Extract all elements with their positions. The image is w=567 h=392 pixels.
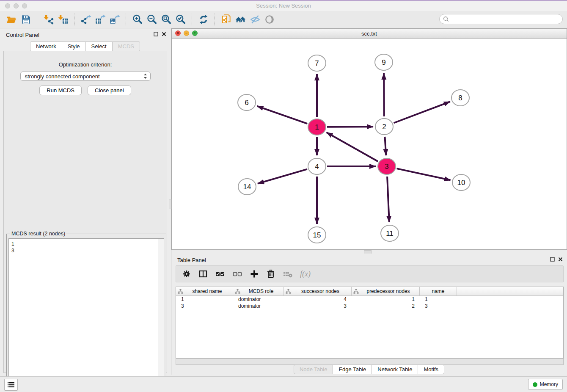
column-flow-icon xyxy=(178,289,183,294)
graph-node-14[interactable]: 14 xyxy=(238,179,256,195)
graph-node-4[interactable]: 4 xyxy=(308,158,326,174)
open-file-button[interactable] xyxy=(4,13,19,26)
tab-edge-table[interactable]: Edge Table xyxy=(333,364,372,374)
graph-edge-2-3[interactable] xyxy=(385,137,386,155)
column-header-name[interactable]: name xyxy=(420,287,457,295)
toolbar-separator xyxy=(192,14,193,25)
run-mcds-button[interactable]: Run MCDS xyxy=(39,86,82,95)
graph-edge-1-6[interactable] xyxy=(257,106,308,124)
save-floppy-icon xyxy=(20,14,31,25)
toolbar-separator xyxy=(126,14,127,25)
tab-select[interactable]: Select xyxy=(85,41,113,51)
zoom-fit-button[interactable] xyxy=(159,13,173,26)
control-panel-tabs: Network Style Select MCDS xyxy=(0,41,171,51)
export-network-button[interactable] xyxy=(79,13,93,26)
close-panel-icon[interactable] xyxy=(162,32,166,36)
delete-row-button[interactable] xyxy=(266,269,275,279)
column-flow-icon xyxy=(235,289,240,294)
clone-network-button[interactable] xyxy=(219,13,234,26)
graph-edge-3-10[interactable] xyxy=(397,168,451,180)
graph-node-7[interactable]: 7 xyxy=(308,55,326,71)
mcds-result-area[interactable]: 1 3 xyxy=(8,238,164,387)
graph-node-6[interactable]: 6 xyxy=(238,94,256,110)
mcds-tab-content: Optimization criterion: strongly connect… xyxy=(3,51,167,373)
close-table-panel-icon[interactable] xyxy=(558,257,563,262)
column-header-predecessor-nodes[interactable]: predecessor nodes xyxy=(352,287,420,295)
zoom-selected-button[interactable] xyxy=(173,13,188,26)
network-canvas[interactable]: 7968124314101511 xyxy=(172,39,567,249)
graph-edge-2-8[interactable] xyxy=(394,102,450,123)
table-settings-button[interactable] xyxy=(182,269,191,279)
mcds-result-text: 1 3 xyxy=(9,239,164,256)
status-bar: Memory xyxy=(0,376,567,392)
graph-node-label: 10 xyxy=(457,179,465,187)
graph-edge-2-9[interactable] xyxy=(384,73,384,116)
graph-node-1[interactable]: 1 xyxy=(308,119,326,135)
table-cell: 4 xyxy=(284,296,352,302)
search-input[interactable] xyxy=(451,16,559,22)
tab-style[interactable]: Style xyxy=(62,41,86,51)
graph-edge-3-11[interactable] xyxy=(387,177,389,222)
close-panel-button[interactable]: Close panel xyxy=(88,86,131,95)
graph-edge-4-14[interactable] xyxy=(258,169,307,184)
show-log-button[interactable] xyxy=(4,379,18,391)
search-box[interactable] xyxy=(439,14,563,24)
column-header-shared-name[interactable]: shared name xyxy=(176,287,233,295)
tab-network[interactable]: Network xyxy=(30,41,62,51)
table-row[interactable]: 1dominator411 xyxy=(176,296,563,303)
table-row[interactable]: 3dominator323 xyxy=(176,303,563,309)
graph-node-11[interactable]: 11 xyxy=(381,225,399,241)
hide-panels-button[interactable] xyxy=(248,13,262,26)
column-header-successor-nodes[interactable]: successor nodes xyxy=(284,287,352,295)
graph-edge-1-2[interactable] xyxy=(327,127,373,127)
export-table-button[interactable] xyxy=(93,13,107,26)
export-image-button[interactable] xyxy=(107,13,122,26)
graph-node-label: 9 xyxy=(382,58,385,66)
table-cell: 3 xyxy=(420,303,457,309)
column-header-MCDS-role[interactable]: MCDS role xyxy=(233,287,284,295)
clone-network-icon xyxy=(221,14,232,25)
graph-node-label: 6 xyxy=(245,99,248,107)
deselect-all-button[interactable] xyxy=(232,269,242,279)
float-table-panel-icon[interactable] xyxy=(550,257,555,262)
toggle-panel-layout-button[interactable] xyxy=(198,269,208,279)
graph-node-3[interactable]: 3 xyxy=(378,158,396,174)
graph-node-10[interactable]: 10 xyxy=(452,174,470,190)
main-toolbar xyxy=(0,11,567,28)
save-session-button[interactable] xyxy=(19,13,33,26)
tab-network-table[interactable]: Network Table xyxy=(372,364,418,374)
zoom-in-button[interactable] xyxy=(130,13,145,26)
checked-boxes-icon xyxy=(215,269,225,279)
memory-status-dot xyxy=(533,382,537,387)
graph-node-15[interactable]: 15 xyxy=(308,227,326,243)
network-window-titlebar[interactable]: ✕ − + scc.txt xyxy=(172,29,567,39)
import-network-button[interactable] xyxy=(41,13,56,26)
memory-button[interactable]: Memory xyxy=(528,379,563,390)
home-button[interactable] xyxy=(234,13,248,26)
graph-node-9[interactable]: 9 xyxy=(375,54,393,70)
float-panel-icon[interactable] xyxy=(154,32,158,36)
zoom-out-button[interactable] xyxy=(145,13,159,26)
import-table-button[interactable] xyxy=(56,13,70,26)
add-row-button[interactable] xyxy=(250,269,259,279)
criterion-dropdown[interactable]: strongly connected component xyxy=(20,72,151,81)
result-scrollbar[interactable] xyxy=(158,239,164,387)
zoom-selected-icon xyxy=(175,14,186,25)
tab-mcds[interactable]: MCDS xyxy=(112,41,140,51)
show-panels-button xyxy=(262,13,277,26)
table-cell: 1 xyxy=(352,296,420,302)
apply-layout-button[interactable] xyxy=(196,13,211,26)
graph-node-8[interactable]: 8 xyxy=(451,90,469,106)
table-hscroll-track[interactable] xyxy=(176,359,564,365)
graph-node-2[interactable]: 2 xyxy=(375,119,393,135)
tab-node-table[interactable]: Node Table xyxy=(294,364,333,374)
column-flow-icon xyxy=(353,289,359,294)
toolbar-separator xyxy=(37,14,38,25)
tab-motifs[interactable]: Motifs xyxy=(418,364,444,374)
delete-table-button xyxy=(283,269,293,279)
application-window: Session: New Session xyxy=(0,0,567,392)
graph-edge-3-1[interactable] xyxy=(327,133,378,161)
table-header-row: shared nameMCDS rolesuccessor nodesprede… xyxy=(176,287,563,296)
table-body: 1dominator4113dominator323 xyxy=(176,296,563,309)
select-all-button[interactable] xyxy=(215,269,225,279)
